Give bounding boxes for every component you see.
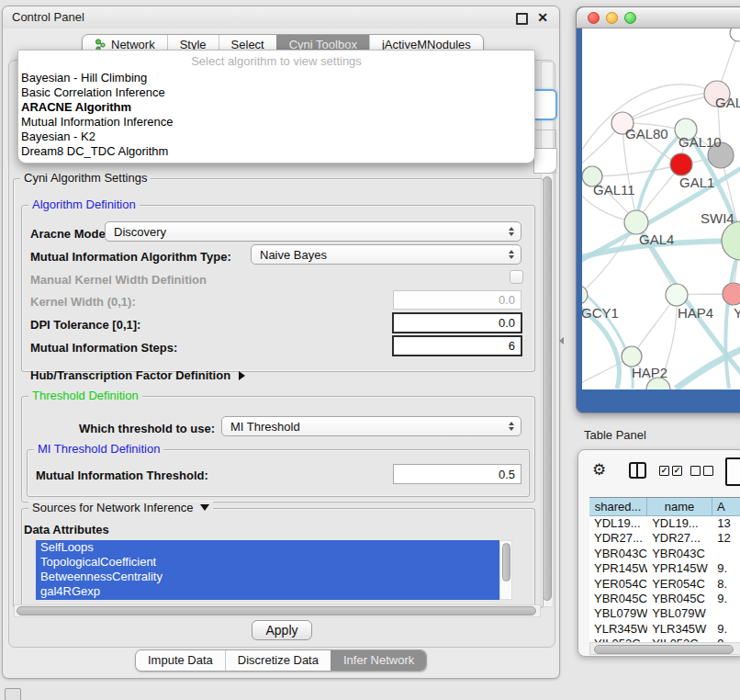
network-node-label: HAP4 [678, 305, 713, 321]
network-node[interactable] [722, 221, 740, 260]
control-panel-window: Control Panel ✕ Network Style Select Cyn… [2, 6, 560, 679]
zoom-traffic-light-icon[interactable] [624, 12, 636, 24]
close-icon[interactable]: ✕ [537, 9, 548, 26]
tab-infer-network[interactable]: Infer Network [331, 650, 426, 671]
table-cell [712, 547, 740, 561]
panel-resize-grabber[interactable] [559, 337, 564, 344]
network-window-titlebar [577, 7, 740, 28]
table-cell [712, 606, 740, 621]
float-window-icon[interactable] [516, 13, 528, 25]
deselect-all-columns-icon[interactable] [690, 466, 713, 476]
aracne-mode-label: Aracne Mode: [30, 227, 109, 241]
table-horizontal-scrollbar-track[interactable] [589, 642, 740, 655]
table-cell: 9. [712, 561, 740, 576]
table-row[interactable]: YER054CYER054C8. [589, 577, 740, 592]
sources-toggle[interactable]: Sources for Network Inference [28, 502, 213, 514]
network-node-label: GCY1 [582, 305, 619, 321]
algorithm-option[interactable]: Mutual Information Inference [18, 115, 534, 130]
settings-vertical-scrollbar-thumb[interactable] [543, 176, 552, 601]
data-attributes-label: Data Attributes [24, 523, 109, 536]
network-node[interactable] [622, 346, 642, 367]
attributes-scrollbar-thumb[interactable] [502, 543, 510, 581]
mi-steps-field[interactable]: 6 [392, 335, 522, 356]
select-all-columns-icon[interactable]: ✓✓ [659, 466, 682, 476]
network-node-label: GAL4 [639, 231, 674, 247]
cyni-bottom-tabbar: Impute Data Discretize Data Infer Networ… [135, 649, 427, 672]
table-cell: YLR345W [589, 622, 647, 637]
export-table-icon[interactable] [725, 457, 740, 486]
table-cell: YER054C [647, 577, 712, 592]
mi-threshold-field[interactable]: 0.5 [393, 464, 521, 484]
table-row[interactable]: YPR145WYPR145W9. [589, 561, 740, 576]
column-header[interactable]: A [712, 498, 740, 515]
table-row[interactable]: YBL079WYBL079W [589, 606, 740, 621]
hub-definition-toggle[interactable]: Hub/Transcription Factor Definition [30, 368, 245, 382]
manual-kernel-width-checkbox[interactable] [510, 270, 523, 284]
apply-button[interactable]: Apply [252, 620, 312, 640]
data-attribute-item[interactable]: SelfLoops [36, 540, 499, 555]
network-node-label: Y [734, 305, 740, 321]
data-attribute-item[interactable]: TopologicalCoefficient [36, 555, 499, 570]
table-body: YDL19...YDL19...13YDR27...YDR27...12YBR0… [589, 516, 740, 652]
table-row[interactable]: YLR345WYLR345W9. [589, 622, 740, 637]
data-attribute-item[interactable]: gal4RGexp [36, 584, 499, 599]
algorithm-dropdown-list: Bayesian - Hill ClimbingBasic Correlatio… [18, 71, 534, 159]
settings-horizontal-scrollbar-thumb[interactable] [17, 606, 536, 615]
algorithm-option[interactable]: ARACNE Algorithm [18, 100, 534, 115]
network-canvas[interactable]: GALGAL80GAL10GAL1GAL11GAL4SWI4GCY1HAP4YH… [582, 28, 740, 390]
table-horizontal-scrollbar-thumb[interactable] [594, 645, 734, 654]
tab-label: Discretize Data [238, 650, 319, 671]
tab-impute-data[interactable]: Impute Data [136, 650, 225, 671]
aracne-mode-select[interactable]: Discovery [105, 221, 521, 242]
algorithm-option[interactable]: Bayesian - K2 [18, 130, 534, 144]
expand-right-icon [239, 371, 245, 380]
panel-grip-icon[interactable] [5, 688, 21, 700]
settings-horizontal-scrollbar-track[interactable] [14, 604, 541, 617]
textfield-fragment [533, 148, 557, 174]
column-header[interactable]: shared... [589, 498, 647, 515]
kernel-width-field[interactable]: 0.0 [393, 290, 521, 310]
table-cell: YDL19... [647, 516, 712, 531]
table-cell: YPR145W [647, 561, 712, 576]
which-threshold-select[interactable]: MI Threshold [221, 416, 521, 436]
mi-algorithm-type-value: Naive Bayes [260, 248, 327, 262]
which-threshold-label: Which threshold to use: [79, 422, 215, 435]
data-attribute-item[interactable]: BetweennessCentrality [36, 570, 499, 584]
mi-algorithm-type-select[interactable]: Naive Bayes [251, 244, 521, 265]
table-panel-title: Table Panel [584, 428, 646, 442]
table-cell: YBR045C [589, 592, 647, 606]
data-attributes-list[interactable]: SelfLoopsTopologicalCoefficientBetweenne… [36, 540, 499, 600]
table-cell: YDR27... [647, 531, 712, 546]
table-panel-window: ⚙ ✓✓ shared...nameA YDL19...YDL19...13YD… [577, 449, 740, 657]
network-node[interactable] [730, 28, 740, 41]
table-row[interactable]: YDL19...YDL19...13 [589, 516, 740, 531]
table-cell: YBL079W [647, 606, 712, 621]
network-node[interactable] [582, 286, 588, 304]
spinner-arrows-icon [509, 422, 514, 431]
table-row[interactable]: YBR043CYBR043C [589, 547, 740, 561]
column-layout-icon[interactable] [629, 462, 646, 479]
attributes-scrollbar-track[interactable] [499, 540, 512, 600]
column-header[interactable]: name [647, 498, 712, 515]
network-node-label: HAP2 [632, 365, 667, 380]
table-cell: 13 [712, 516, 740, 531]
algorithm-option[interactable]: Dream8 DC_TDC Algorithm [18, 144, 534, 159]
table-row[interactable]: YDR27...YDR27...12 [589, 531, 740, 546]
network-edge [622, 94, 717, 123]
table-row[interactable]: YBR045CYBR045C9. [589, 592, 740, 606]
dpi-tolerance-field[interactable]: 0.0 [392, 312, 522, 333]
tab-discretize-data[interactable]: Discretize Data [225, 650, 331, 671]
hub-definition-label: Hub/Transcription Factor Definition [30, 368, 230, 382]
sources-title: Sources for Network Inference [32, 501, 194, 514]
table-cell: YBR045C [647, 592, 712, 606]
algorithm-option[interactable]: Bayesian - Hill Climbing [18, 71, 534, 85]
algorithm-option[interactable]: Basic Correlation Inference [18, 85, 534, 100]
mi-steps-label: Mutual Information Steps: [30, 341, 177, 355]
network-node[interactable] [666, 284, 688, 306]
table-settings-gear-icon[interactable]: ⚙ [592, 462, 606, 478]
tab-label: Infer Network [343, 650, 414, 671]
network-node[interactable] [670, 153, 692, 175]
minimize-traffic-light-icon[interactable] [606, 12, 618, 24]
close-traffic-light-icon[interactable] [588, 12, 600, 24]
network-node[interactable] [723, 283, 740, 305]
